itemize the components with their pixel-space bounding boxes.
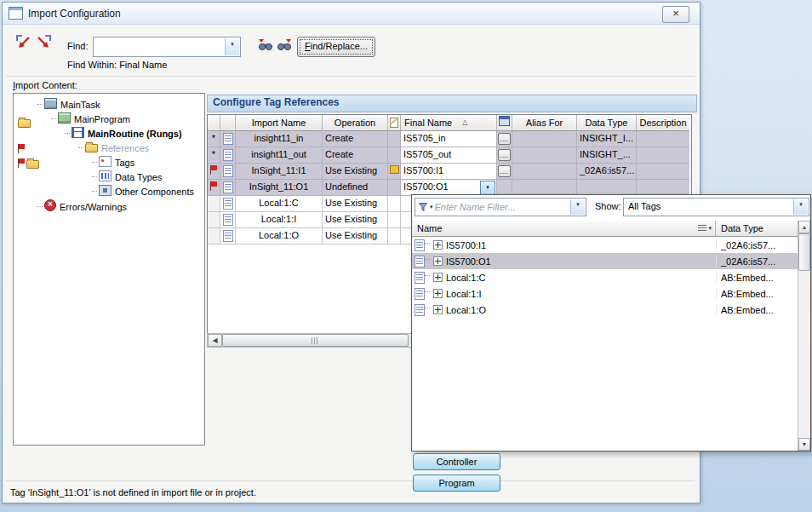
expand-plus-icon[interactable]	[433, 256, 443, 266]
scroll-down-button[interactable]: ▼	[798, 438, 810, 451]
tag-icon-cell	[220, 164, 236, 180]
tree-item-errors-warnings[interactable]: Errors/Warnings	[14, 199, 204, 214]
scroll-left-button[interactable]: ◀	[208, 334, 222, 347]
controller-scope-button[interactable]: Controller	[413, 453, 500, 470]
tree-item-maintask[interactable]: MainTask	[14, 98, 204, 112]
expand-plus-icon[interactable]	[433, 273, 443, 282]
data-type-header[interactable]: Data Type	[577, 115, 637, 131]
show-combobox[interactable]: All Tags	[623, 198, 809, 216]
description-cell[interactable]	[637, 147, 689, 164]
row-marker	[208, 180, 220, 196]
tree-item-references[interactable]: References	[14, 141, 204, 156]
v-scrollbar[interactable]: ▲ ▼	[798, 221, 810, 451]
import-name-cell[interactable]: Local:1:I	[236, 212, 323, 228]
import-name-cell[interactable]: insight11_out	[236, 147, 323, 164]
tag-browser-row[interactable]: IS5700:I1 _02A6:is57...	[412, 237, 798, 253]
alias-for-cell[interactable]	[512, 164, 577, 180]
edit-state-cell	[388, 147, 401, 164]
chevron-down-icon[interactable]	[225, 38, 239, 55]
tag-row[interactable]: InSight_11:I1 Use Existing IS5700:I1 ...…	[208, 164, 691, 180]
final-name-dropdown-button[interactable]	[480, 181, 495, 195]
window-grid-icon	[499, 116, 510, 126]
scroll-up-button[interactable]: ▲	[798, 221, 810, 233]
scroll-thumb[interactable]	[798, 233, 810, 271]
filter-funnel-icon[interactable]	[418, 202, 428, 212]
find-label: Find:	[67, 41, 88, 51]
tag-browser-row[interactable]: Local:1:O AB:Embed...	[412, 302, 798, 318]
browser-row-list[interactable]: IS5700:I1 _02A6:is57... IS5700:O1 _02A6:…	[412, 237, 798, 318]
import-name-cell[interactable]: Local:1:C	[236, 196, 323, 212]
operation-cell[interactable]: Use Existing	[323, 228, 388, 244]
final-name-header[interactable]: Final Name△	[401, 115, 497, 131]
alias-for-header[interactable]: Alias For	[512, 115, 577, 131]
operation-cell[interactable]: Create	[323, 147, 388, 164]
browse-tags-button[interactable]: ...	[498, 149, 511, 161]
row-marker	[208, 212, 220, 228]
tree-item-mainprogram[interactable]: MainProgram	[14, 112, 204, 127]
name-filter-combobox[interactable]: ▾ Enter Name Filter...	[415, 198, 586, 216]
tree-connector	[65, 133, 70, 135]
alias-for-cell[interactable]	[512, 131, 577, 147]
tag-row[interactable]: * insight11_in Create IS5705_in ... INSI…	[208, 131, 691, 147]
operation-cell[interactable]: Use Existing	[323, 212, 388, 228]
program-scope-button[interactable]: Program	[413, 475, 500, 492]
tag-browser-row-selected[interactable]: IS5700:O1 _02A6:is57...	[412, 253, 798, 269]
row-marker	[208, 196, 220, 212]
final-name-cell[interactable]: IS5705_out	[401, 147, 497, 164]
tag-icon	[223, 133, 233, 145]
import-name-cell[interactable]: InSight_11:O1	[236, 180, 323, 196]
browse-cell: ...	[497, 164, 512, 180]
import-arrow-icon[interactable]	[14, 33, 33, 52]
find-previous-icon[interactable]	[258, 38, 277, 57]
operation-cell[interactable]: Create	[323, 131, 388, 147]
alias-for-cell[interactable]	[512, 147, 577, 164]
scroll-thumb[interactable]	[222, 334, 409, 347]
import-name-header[interactable]: Import Name	[236, 115, 323, 131]
operation-cell[interactable]: Use Existing	[323, 196, 388, 212]
tree-item-other-components[interactable]: Other Components	[14, 185, 204, 199]
tree-item-data-types[interactable]: Data Types	[14, 170, 204, 185]
scroll-track[interactable]	[798, 271, 810, 438]
edit-state-cell	[388, 228, 401, 244]
import-name-cell[interactable]: Local:1:O	[236, 228, 323, 244]
scroll-grip	[312, 337, 319, 344]
operation-header[interactable]: Operation	[323, 115, 388, 131]
chevron-down-icon[interactable]	[570, 199, 585, 215]
tag-browser-row[interactable]: Local:1:C AB:Embed...	[412, 269, 798, 285]
tree-connector	[425, 259, 430, 261]
find-next-icon[interactable]	[277, 38, 295, 57]
expand-plus-icon[interactable]	[433, 240, 443, 250]
error-icon	[44, 199, 56, 211]
expand-plus-icon[interactable]	[433, 305, 443, 314]
title-bar[interactable]: Import Configuration	[3, 3, 700, 25]
operation-cell[interactable]: Use Existing	[323, 164, 388, 180]
description-header[interactable]: Description	[637, 115, 689, 131]
description-cell[interactable]	[637, 131, 689, 147]
browse-tags-button[interactable]: ...	[498, 165, 511, 177]
close-button[interactable]: ×	[662, 6, 689, 23]
find-replace-button[interactable]: Find/Replace...	[297, 37, 375, 57]
final-name-cell[interactable]: IS5700:I1	[401, 164, 497, 180]
data-type-cell: INSIGHT_...	[577, 147, 637, 164]
find-combobox[interactable]	[93, 37, 241, 57]
operation-cell[interactable]: Undefined	[323, 180, 388, 196]
import-name-cell[interactable]: insight11_in	[236, 131, 323, 147]
import-content-tree[interactable]: MainTask MainProgram MainRoutine (Rungs)…	[13, 93, 205, 446]
import-name-cell[interactable]: InSight_11:I1	[236, 164, 323, 180]
row-marker	[208, 164, 220, 180]
browser-data-type-header[interactable]: Data Type	[716, 221, 798, 237]
tree-item-mainroutine[interactable]: MainRoutine (Rungs)	[14, 127, 204, 141]
tree-item-tags[interactable]: Tags	[14, 156, 204, 170]
edit-state-cell	[388, 196, 401, 212]
tag-icon-cell	[220, 212, 236, 228]
chevron-down-icon[interactable]	[793, 199, 808, 215]
description-cell[interactable]	[637, 164, 689, 180]
final-name-cell[interactable]: IS5705_in	[401, 131, 497, 147]
column-menu-icon[interactable]	[698, 225, 706, 232]
browser-name-header[interactable]: Name ▾	[412, 221, 716, 237]
expand-plus-icon[interactable]	[433, 289, 443, 298]
export-arrow-icon[interactable]	[34, 33, 53, 52]
tag-row[interactable]: * insight11_out Create IS5705_out ... IN…	[208, 147, 691, 164]
browse-tags-button[interactable]: ...	[498, 133, 511, 145]
tag-browser-row[interactable]: Local:1:I AB:Embed...	[412, 285, 798, 302]
